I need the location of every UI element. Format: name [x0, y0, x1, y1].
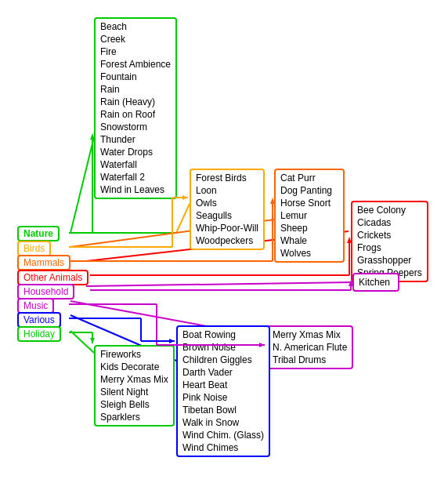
item-merry-xmas-mix-h: Merry Xmas Mix — [100, 373, 168, 386]
item-sparklers: Sparklers — [100, 411, 168, 423]
item-tribal-drums: Tribal Drums — [273, 354, 347, 366]
item-kids-decorate: Kids Decorate — [100, 361, 168, 373]
item-forest-ambience: Forest Ambience — [100, 58, 171, 71]
item-rain-on-roof: Rain on Roof — [100, 108, 171, 121]
item-horse-snort: Horse Snort — [280, 197, 338, 209]
nature-main-box: Beach Creek Fire Forest Ambience Fountai… — [94, 17, 177, 199]
item-kitchen: Kitchen — [359, 276, 393, 289]
category-birds[interactable]: Birds — [17, 241, 51, 256]
various-sub-box: Boat Rowing Brown Noise Children Giggles… — [176, 325, 270, 457]
item-boat-rowing: Boat Rowing — [182, 329, 264, 341]
item-merry-xmas-mix: Merry Xmas Mix — [273, 329, 347, 341]
item-wind-chim-glass: Wind Chim. (Glass) — [182, 429, 264, 441]
svg-marker-35 — [90, 338, 95, 343]
item-frogs: Frogs — [357, 241, 422, 254]
diagram: Beach Creek Fire Forest Ambience Fountai… — [0, 0, 448, 501]
category-household[interactable]: Household — [17, 284, 74, 300]
item-grasshopper: Grasshopper — [357, 254, 422, 267]
category-other-animals[interactable]: Other Animals — [17, 270, 89, 285]
svg-marker-15 — [182, 195, 188, 200]
music-sub-box: Merry Xmas Mix N. American Flute Tribal … — [266, 325, 353, 369]
item-pink-noise: Pink Noise — [182, 391, 264, 404]
item-brown-noise: Brown Noise — [182, 341, 264, 354]
item-heart-beat: Heart Beat — [182, 379, 264, 391]
item-woodpeckers: Woodpeckers — [196, 234, 258, 247]
item-forest-birds: Forest Birds — [196, 172, 258, 184]
item-sleigh-bells: Sleigh Bells — [100, 398, 168, 411]
svg-line-2 — [176, 204, 190, 233]
item-water-drops: Water Drops — [100, 146, 171, 158]
category-nature[interactable]: Nature — [17, 226, 60, 241]
category-various[interactable]: Various — [17, 312, 61, 328]
item-n-american-flute: N. American Flute — [273, 341, 347, 354]
svg-line-8 — [70, 331, 94, 353]
item-seagulls: Seagulls — [196, 209, 258, 222]
category-music[interactable]: Music — [17, 298, 54, 314]
item-walk-in-snow: Walk in Snow — [182, 416, 264, 429]
kitchen-box: Kitchen — [352, 273, 399, 292]
item-rain-heavy: Rain (Heavy) — [100, 96, 171, 108]
item-wind-chimes: Wind Chimes — [182, 441, 264, 454]
item-bee-colony: Bee Colony — [357, 204, 422, 216]
item-thunder: Thunder — [100, 133, 171, 146]
svg-marker-32 — [169, 339, 175, 343]
category-mammals[interactable]: Mammals — [17, 255, 70, 270]
item-crickets: Crickets — [357, 229, 422, 241]
item-lemur: Lemur — [280, 209, 338, 222]
item-owls: Owls — [196, 197, 258, 209]
item-fountain: Fountain — [100, 71, 171, 83]
svg-line-5 — [86, 282, 352, 286]
mammals-sub-box: Cat Purr Dog Panting Horse Snort Lemur S… — [274, 169, 345, 263]
svg-line-0 — [70, 137, 94, 233]
item-children-giggles: Children Giggles — [182, 354, 264, 366]
item-darth-vader: Darth Vader — [182, 366, 264, 379]
item-wind-in-leaves: Wind in Leaves — [100, 183, 171, 196]
item-fireworks: Fireworks — [100, 348, 168, 361]
item-rain: Rain — [100, 83, 171, 96]
item-cat-purr: Cat Purr — [280, 172, 338, 184]
item-beach: Beach — [100, 20, 171, 33]
other-animals-sub-box: Bee Colony Cicadas Crickets Frogs Grassh… — [351, 201, 428, 282]
item-sheep: Sheep — [280, 222, 338, 234]
birds-sub-box: Forest Birds Loon Owls Seagulls Whip-Poo… — [190, 169, 265, 250]
item-wolves: Wolves — [280, 247, 338, 260]
item-whale: Whale — [280, 234, 338, 247]
item-silent-night: Silent Night — [100, 386, 168, 398]
item-cicadas: Cicadas — [357, 216, 422, 229]
item-fire: Fire — [100, 45, 171, 58]
holiday-sub-box: Fireworks Kids Decorate Merry Xmas Mix S… — [94, 345, 175, 427]
item-creek: Creek — [100, 33, 171, 45]
item-waterfall2: Waterfall 2 — [100, 171, 171, 183]
item-dog-panting: Dog Panting — [280, 184, 338, 197]
item-whip-poor-will: Whip-Poor-Will — [196, 222, 258, 234]
item-tibetan-bowl: Tibetan Bowl — [182, 404, 264, 416]
item-snowstorm: Snowstorm — [100, 121, 171, 133]
item-loon: Loon — [196, 184, 258, 197]
category-holiday[interactable]: Holiday — [17, 326, 61, 342]
item-waterfall: Waterfall — [100, 158, 171, 171]
